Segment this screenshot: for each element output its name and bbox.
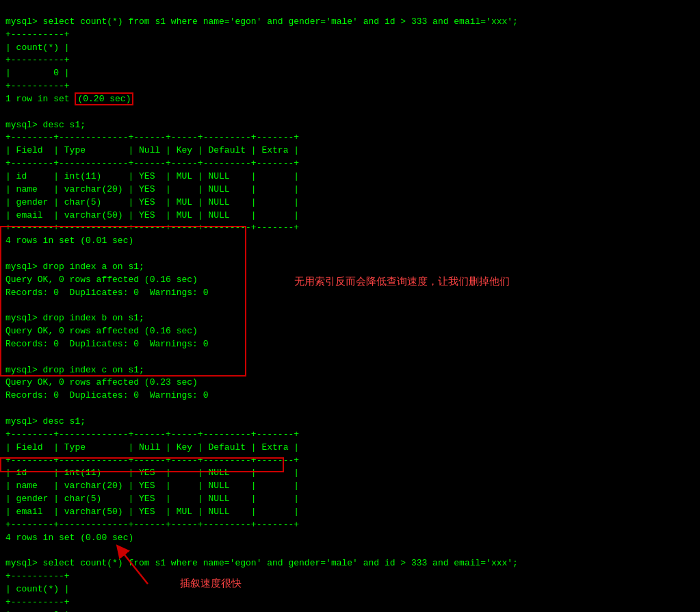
line-17: 4 rows in set (0.01 sec) bbox=[5, 235, 133, 246]
line-blank-3 bbox=[5, 300, 11, 310]
line-15: | email | varchar(50) | YES | MUL | NULL… bbox=[5, 210, 299, 220]
line-6: +----------+ bbox=[5, 81, 70, 91]
line-8: mysql> desc s1; bbox=[5, 120, 86, 130]
line-40: +----------+ bbox=[5, 597, 70, 607]
line-5: | 0 | bbox=[5, 68, 70, 78]
line-12: | id | int(11) | YES | MUL | NULL | | bbox=[5, 171, 299, 181]
line-30: +--------+-------------+------+-----+---… bbox=[5, 455, 299, 466]
line-41: | 0 | bbox=[5, 610, 70, 612]
line-4: +----------+ bbox=[5, 55, 70, 65]
line-22: Query OK, 0 rows affected (0.16 sec) bbox=[5, 326, 198, 336]
line-38: +----------+ bbox=[5, 571, 70, 581]
line-27: mysql> desc s1; bbox=[5, 416, 86, 426]
line-29: | Field | Type | Null | Key | Default | … bbox=[5, 442, 299, 452]
line-39: | count(*) | bbox=[5, 584, 70, 594]
line-36: 4 rows in set (0.00 sec) bbox=[5, 533, 133, 543]
line-32: | name | varchar(20) | YES | | NULL | | bbox=[5, 481, 299, 491]
line-24: mysql> drop index c on s1; bbox=[5, 365, 144, 375]
line-10: | Field | Type | Null | Key | Default | … bbox=[5, 145, 299, 155]
line-20: Records: 0 Duplicates: 0 Warnings: 0 bbox=[5, 288, 208, 298]
line-blank-4 bbox=[5, 352, 11, 362]
line-2: +----------+ bbox=[5, 29, 70, 40]
line-7: 1 row in set (0.20 sec) bbox=[5, 92, 133, 105]
line-26: Records: 0 Duplicates: 0 Warnings: 0 bbox=[5, 390, 208, 400]
line-31: | id | int(11) | YES | | NULL | | bbox=[5, 468, 299, 478]
terminal-output: mysql> select count(*) from s1 where nam… bbox=[0, 0, 700, 612]
line-35: +--------+-------------+------+-----+---… bbox=[5, 520, 299, 530]
line-37: mysql> select count(*) from s1 where nam… bbox=[5, 558, 518, 568]
line-16: +--------+-------------+------+-----+---… bbox=[5, 222, 299, 233]
line-18: mysql> drop index a on s1; bbox=[5, 262, 144, 272]
time-highlight-1: (0.20 sec) bbox=[75, 92, 133, 105]
line-11: +--------+-------------+------+-----+---… bbox=[5, 158, 299, 168]
line-1: mysql> select count(*) from s1 where nam… bbox=[5, 16, 518, 27]
line-blank-5 bbox=[5, 403, 11, 413]
line-blank-6 bbox=[5, 545, 11, 555]
line-21: mysql> drop index b on s1; bbox=[5, 313, 144, 323]
line-3: | count(*) | bbox=[5, 42, 70, 53]
line-28: +--------+-------------+------+-----+---… bbox=[5, 429, 299, 439]
line-13: | name | varchar(20) | YES | | NULL | | bbox=[5, 184, 299, 194]
line-19: Query OK, 0 rows affected (0.16 sec) bbox=[5, 275, 198, 285]
line-34: | email | varchar(50) | YES | MUL | NULL… bbox=[5, 507, 299, 517]
line-blank-1 bbox=[5, 107, 11, 117]
line-25: Query OK, 0 rows affected (0.23 sec) bbox=[5, 377, 198, 387]
line-14: | gender | char(5) | YES | MUL | NULL | … bbox=[5, 197, 299, 207]
line-33: | gender | char(5) | YES | | NULL | | bbox=[5, 494, 299, 504]
line-9: +--------+-------------+------+-----+---… bbox=[5, 132, 299, 142]
line-blank-2 bbox=[5, 248, 11, 259]
line-23: Records: 0 Duplicates: 0 Warnings: 0 bbox=[5, 339, 208, 349]
